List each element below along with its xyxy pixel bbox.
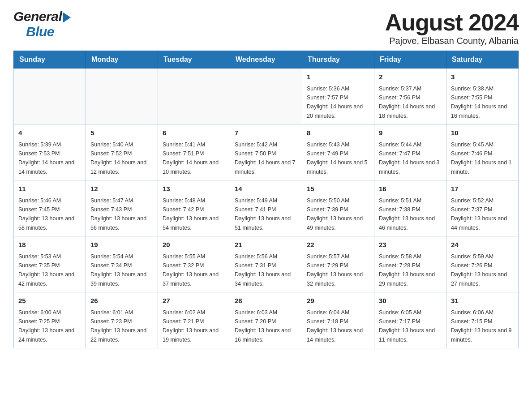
calendar-cell: 6Sunrise: 5:41 AMSunset: 7:51 PMDaylight… (158, 124, 230, 180)
day-info: Sunrise: 5:51 AMSunset: 7:38 PMDaylight:… (379, 197, 435, 231)
day-number: 18 (18, 240, 81, 250)
calendar-cell: 14Sunrise: 5:49 AMSunset: 7:41 PMDayligh… (230, 180, 302, 236)
calendar-cell: 26Sunrise: 6:01 AMSunset: 7:23 PMDayligh… (86, 292, 158, 348)
calendar-cell: 1Sunrise: 5:36 AMSunset: 7:57 PMDaylight… (302, 68, 374, 124)
day-info: Sunrise: 6:05 AMSunset: 7:17 PMDaylight:… (379, 309, 435, 343)
day-info: Sunrise: 6:03 AMSunset: 7:20 PMDaylight:… (235, 309, 291, 343)
calendar-cell: 3Sunrise: 5:38 AMSunset: 7:55 PMDaylight… (446, 68, 519, 124)
day-info: Sunrise: 5:49 AMSunset: 7:41 PMDaylight:… (235, 197, 291, 231)
calendar-cell: 10Sunrise: 5:45 AMSunset: 7:46 PMDayligh… (446, 124, 519, 180)
day-number: 8 (307, 128, 369, 138)
day-info: Sunrise: 5:55 AMSunset: 7:32 PMDaylight:… (163, 253, 219, 287)
weekday-header-tuesday: Tuesday (158, 51, 230, 68)
day-number: 27 (163, 296, 225, 306)
page-title: August 2024 (385, 9, 519, 36)
day-info: Sunrise: 5:42 AMSunset: 7:50 PMDaylight:… (235, 141, 296, 175)
day-info: Sunrise: 5:40 AMSunset: 7:52 PMDaylight:… (90, 141, 146, 175)
calendar-cell: 27Sunrise: 6:02 AMSunset: 7:21 PMDayligh… (158, 292, 230, 348)
day-info: Sunrise: 5:54 AMSunset: 7:34 PMDaylight:… (90, 253, 146, 287)
day-number: 26 (90, 296, 153, 306)
calendar-cell: 22Sunrise: 5:57 AMSunset: 7:29 PMDayligh… (302, 236, 374, 292)
calendar-cell: 19Sunrise: 5:54 AMSunset: 7:34 PMDayligh… (86, 236, 158, 292)
logo-general-text: General (13, 9, 62, 24)
calendar-table: SundayMondayTuesdayWednesdayThursdayFrid… (13, 51, 519, 348)
day-number: 17 (451, 184, 514, 194)
day-number: 29 (307, 296, 369, 306)
day-info: Sunrise: 5:48 AMSunset: 7:42 PMDaylight:… (163, 197, 219, 231)
day-info: Sunrise: 5:36 AMSunset: 7:57 PMDaylight:… (307, 86, 363, 119)
page-header: General Blue August 2024 Pajove, Elbasan… (13, 9, 519, 46)
day-info: Sunrise: 5:46 AMSunset: 7:45 PMDaylight:… (18, 197, 74, 231)
calendar-cell: 17Sunrise: 5:52 AMSunset: 7:37 PMDayligh… (446, 180, 519, 236)
day-number: 11 (18, 184, 81, 194)
calendar-cell: 23Sunrise: 5:58 AMSunset: 7:28 PMDayligh… (374, 236, 446, 292)
day-number: 16 (379, 184, 442, 194)
day-number: 5 (90, 128, 153, 138)
day-info: Sunrise: 5:43 AMSunset: 7:49 PMDaylight:… (307, 141, 368, 175)
logo-blue-text: Blue (26, 24, 54, 39)
day-number: 25 (18, 296, 81, 306)
calendar-cell: 12Sunrise: 5:47 AMSunset: 7:43 PMDayligh… (86, 180, 158, 236)
calendar-cell: 30Sunrise: 6:05 AMSunset: 7:17 PMDayligh… (374, 292, 446, 348)
day-info: Sunrise: 5:41 AMSunset: 7:51 PMDaylight:… (163, 141, 219, 175)
day-info: Sunrise: 5:47 AMSunset: 7:43 PMDaylight:… (90, 197, 146, 231)
location-subtitle: Pajove, Elbasan County, Albania (385, 36, 519, 46)
day-number: 24 (451, 240, 514, 250)
calendar-week-2: 4Sunrise: 5:39 AMSunset: 7:53 PMDaylight… (14, 124, 519, 180)
day-info: Sunrise: 5:52 AMSunset: 7:37 PMDaylight:… (451, 197, 507, 231)
calendar-cell: 4Sunrise: 5:39 AMSunset: 7:53 PMDaylight… (14, 124, 86, 180)
calendar-cell (86, 68, 158, 124)
day-number: 22 (307, 240, 369, 250)
day-info: Sunrise: 5:44 AMSunset: 7:47 PMDaylight:… (379, 141, 440, 175)
weekday-header-sunday: Sunday (14, 51, 86, 68)
calendar-cell: 31Sunrise: 6:06 AMSunset: 7:15 PMDayligh… (446, 292, 519, 348)
calendar-cell: 25Sunrise: 6:00 AMSunset: 7:25 PMDayligh… (14, 292, 86, 348)
day-number: 19 (90, 240, 153, 250)
day-number: 6 (163, 128, 225, 138)
day-number: 20 (163, 240, 225, 250)
day-info: Sunrise: 5:38 AMSunset: 7:55 PMDaylight:… (451, 86, 507, 119)
day-number: 1 (307, 72, 369, 82)
logo: General Blue (13, 9, 71, 39)
calendar-cell: 8Sunrise: 5:43 AMSunset: 7:49 PMDaylight… (302, 124, 374, 180)
calendar-cell: 29Sunrise: 6:04 AMSunset: 7:18 PMDayligh… (302, 292, 374, 348)
day-info: Sunrise: 5:53 AMSunset: 7:35 PMDaylight:… (18, 253, 74, 287)
weekday-header-thursday: Thursday (302, 51, 374, 68)
calendar-cell: 13Sunrise: 5:48 AMSunset: 7:42 PMDayligh… (158, 180, 230, 236)
day-info: Sunrise: 6:01 AMSunset: 7:23 PMDaylight:… (90, 309, 146, 343)
calendar-week-1: 1Sunrise: 5:36 AMSunset: 7:57 PMDaylight… (14, 68, 519, 124)
day-info: Sunrise: 6:06 AMSunset: 7:15 PMDaylight:… (451, 309, 512, 343)
day-number: 9 (379, 128, 442, 138)
day-info: Sunrise: 6:00 AMSunset: 7:25 PMDaylight:… (18, 309, 74, 343)
day-info: Sunrise: 6:02 AMSunset: 7:21 PMDaylight:… (163, 309, 219, 343)
calendar-cell: 5Sunrise: 5:40 AMSunset: 7:52 PMDaylight… (86, 124, 158, 180)
day-info: Sunrise: 5:57 AMSunset: 7:29 PMDaylight:… (307, 253, 363, 287)
day-number: 12 (90, 184, 153, 194)
calendar-week-3: 11Sunrise: 5:46 AMSunset: 7:45 PMDayligh… (14, 180, 519, 236)
day-number: 15 (307, 184, 369, 194)
weekday-header-friday: Friday (374, 51, 446, 68)
day-number: 31 (451, 296, 514, 306)
day-number: 14 (235, 184, 297, 194)
day-number: 7 (235, 128, 297, 138)
day-info: Sunrise: 5:45 AMSunset: 7:46 PMDaylight:… (451, 141, 512, 175)
day-info: Sunrise: 5:37 AMSunset: 7:56 PMDaylight:… (379, 86, 435, 119)
calendar-cell (230, 68, 302, 124)
calendar-cell: 15Sunrise: 5:50 AMSunset: 7:39 PMDayligh… (302, 180, 374, 236)
day-number: 13 (163, 184, 225, 194)
calendar-cell: 7Sunrise: 5:42 AMSunset: 7:50 PMDaylight… (230, 124, 302, 180)
day-number: 23 (379, 240, 442, 250)
day-number: 10 (451, 128, 514, 138)
day-number: 30 (379, 296, 442, 306)
day-number: 4 (18, 128, 81, 138)
calendar-header-row: SundayMondayTuesdayWednesdayThursdayFrid… (14, 51, 519, 68)
calendar-cell: 21Sunrise: 5:56 AMSunset: 7:31 PMDayligh… (230, 236, 302, 292)
weekday-header-monday: Monday (86, 51, 158, 68)
calendar-cell: 18Sunrise: 5:53 AMSunset: 7:35 PMDayligh… (14, 236, 86, 292)
calendar-cell: 11Sunrise: 5:46 AMSunset: 7:45 PMDayligh… (14, 180, 86, 236)
day-info: Sunrise: 5:58 AMSunset: 7:28 PMDaylight:… (379, 253, 435, 287)
day-info: Sunrise: 5:50 AMSunset: 7:39 PMDaylight:… (307, 197, 363, 231)
calendar-cell (158, 68, 230, 124)
calendar-cell: 16Sunrise: 5:51 AMSunset: 7:38 PMDayligh… (374, 180, 446, 236)
calendar-cell: 2Sunrise: 5:37 AMSunset: 7:56 PMDaylight… (374, 68, 446, 124)
